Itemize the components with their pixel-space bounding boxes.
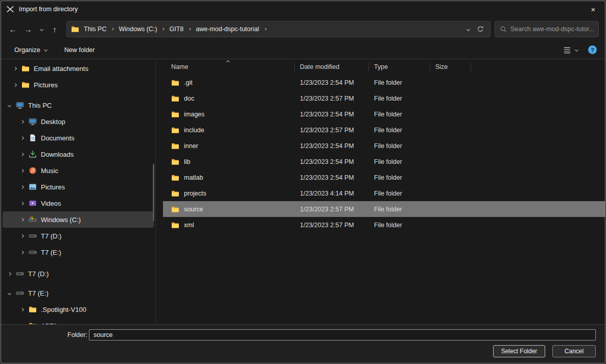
sidebar-item-t7-e[interactable]: T7 (E:) [3,244,154,260]
folder-icon [171,221,179,229]
import-dialog-window: Import from directory × ← → ↑ This PC Wi… [1,1,605,363]
sidebar-item-t7-d-root[interactable]: T7 (D:) [3,265,154,282]
column-header-size[interactable]: Size [430,63,471,71]
chevron-right-icon[interactable] [20,185,24,188]
sidebar-item-t7-d[interactable]: T7 (D:) [3,228,154,244]
sidebar-item-abta[interactable]: ABTA [3,318,154,324]
chevron-right-icon[interactable] [20,250,24,254]
file-name: source [184,206,203,213]
file-type: File folder [369,206,430,213]
close-button[interactable]: × [581,1,605,17]
change-view-button[interactable] [563,46,578,54]
file-name: inner [184,142,198,150]
file-row-source[interactable]: source 1/23/2023 2:57 PM File folder [163,201,605,217]
sidebar-item-windows-c[interactable]: Windows (C:) [3,211,154,228]
file-row-git[interactable]: .git 1/23/2023 2:54 PM File folder [163,75,605,90]
chevron-down-icon [44,48,48,52]
column-header-type[interactable]: Type [369,63,430,71]
file-name: include [184,127,204,134]
file-row-lib[interactable]: lib 1/23/2023 2:54 PM File folder [163,154,605,169]
file-row-projects[interactable]: projects 1/23/2023 4:14 PM File folder [163,185,605,201]
select-folder-button[interactable]: Select Folder [493,345,545,357]
chevron-right-icon[interactable] [20,324,24,324]
sidebar-item-label: .Spotlight-V100 [41,306,86,313]
search-input[interactable] [510,26,594,33]
file-row-xml[interactable]: xml 1/23/2023 2:57 PM File folder [163,217,605,233]
breadcrumb-segment[interactable]: This PC [82,26,108,33]
chevron-right-icon[interactable] [20,152,24,156]
sidebar-item-pictures-top[interactable]: Pictures [3,77,154,93]
sidebar-item-music[interactable]: Music [3,162,154,179]
address-bar[interactable]: This PC Windows (C:) GIT8 awe-mod-dspc-t… [66,21,491,37]
refresh-icon[interactable] [477,26,484,33]
sidebar-item-label: Documents [41,134,75,142]
back-button[interactable]: ← [5,21,20,37]
file-row-images[interactable]: images 1/23/2023 2:54 PM File folder [163,106,605,122]
organize-label: Organize [14,46,40,54]
sidebar-item-t7-e-root[interactable]: T7 (E:) [3,285,154,301]
sidebar-item-pictures[interactable]: Pictures [3,179,154,195]
download-icon [29,150,37,158]
chevron-right-icon[interactable] [20,168,24,172]
chevron-right-icon[interactable] [20,136,24,139]
windows-drive-icon [29,215,37,224]
sidebar-item-label: T7 (E:) [41,249,61,256]
chevron-down-icon[interactable] [8,291,11,295]
file-date: 1/23/2023 2:57 PM [295,95,369,102]
breadcrumb-segment[interactable]: awe-mod-dspc-tutorial [194,26,261,33]
chevron-right-icon[interactable] [20,307,24,311]
sidebar-item-desktop[interactable]: Desktop [3,113,154,130]
folder-icon [29,322,37,324]
cancel-button[interactable]: Cancel [552,345,596,357]
sidebar-item-this-pc[interactable]: This PC [3,97,154,113]
chevron-right-icon [264,28,267,31]
chevron-right-icon[interactable] [13,66,17,70]
folder-icon [171,174,179,182]
organize-button[interactable]: Organize [14,46,47,54]
chevron-right-icon[interactable] [20,217,24,221]
folder-label: Folder: [67,331,89,338]
file-row-inner[interactable]: inner 1/23/2023 2:54 PM File folder [163,138,605,154]
sidebar-item-documents[interactable]: Documents [3,130,154,146]
sidebar-item-videos[interactable]: Videos [3,195,154,211]
chevron-right-icon[interactable] [20,119,24,123]
column-header-name[interactable]: Name [163,63,295,71]
search-icon [500,26,507,33]
command-bar: Organize New folder ? [1,41,605,59]
folder-icon [171,142,179,150]
chevron-right-icon[interactable] [8,272,11,275]
folder-icon [171,94,179,103]
folder-icon [21,64,30,72]
recent-locations-button[interactable] [36,21,47,37]
chevron-down-icon[interactable] [8,103,11,107]
file-type: File folder [369,190,430,197]
breadcrumb-segment[interactable]: Windows (C:) [117,26,158,33]
help-button[interactable]: ? [588,45,597,54]
chevron-right-icon [188,28,191,31]
sidebar-item-email-attachments[interactable]: Email attachments [3,60,154,77]
folder-icon [171,79,179,87]
chevron-right-icon[interactable] [20,234,24,237]
file-name: xml [184,222,194,229]
chevron-right-icon[interactable] [13,83,17,86]
breadcrumb-segment[interactable]: GIT8 [168,26,185,33]
chevron-right-icon [162,28,165,31]
file-row-include[interactable]: include 1/23/2023 2:57 PM File folder [163,122,605,138]
drive-icon [29,232,37,240]
file-date: 1/23/2023 2:57 PM [295,206,369,213]
column-header-date-modified[interactable]: Date modified [295,63,369,71]
chevron-right-icon[interactable] [20,201,24,205]
forward-button[interactable]: → [20,21,36,37]
new-folder-button[interactable]: New folder [64,46,95,54]
file-row-doc[interactable]: doc 1/23/2023 2:57 PM File folder [163,90,605,106]
search-box[interactable] [495,21,599,37]
file-row-matlab[interactable]: matlab 1/23/2023 2:54 PM File folder [163,169,605,185]
sidebar-item-downloads[interactable]: Downloads [3,146,154,162]
address-dropdown-icon[interactable] [467,27,470,31]
sidebar-item-spotlight[interactable]: .Spotlight-V100 [3,301,154,318]
file-date: 1/23/2023 2:54 PM [295,158,369,165]
sidebar-item-label: Music [41,167,58,175]
sidebar-scrollbar[interactable] [153,164,154,221]
folder-input[interactable] [89,329,596,341]
up-button[interactable]: ↑ [47,21,62,37]
